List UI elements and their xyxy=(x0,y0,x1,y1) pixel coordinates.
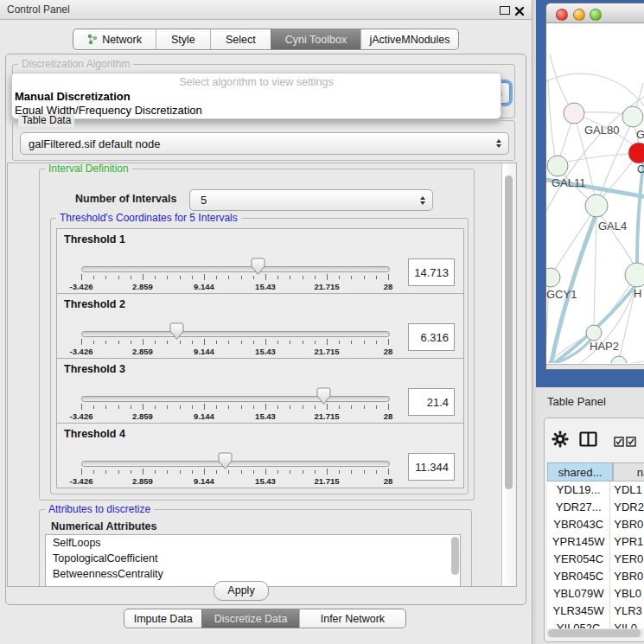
split-view-icon[interactable] xyxy=(579,431,597,450)
cell-name[interactable]: YDR2 xyxy=(610,499,644,516)
cell-name[interactable]: YBR0 xyxy=(610,568,644,585)
threshold-4-value-field[interactable]: 11.344 xyxy=(408,453,455,481)
slider-tick xyxy=(339,470,340,474)
threshold-1-slider[interactable]: -3.4262.8599.14415.4321.71528 xyxy=(57,229,463,293)
traffic-light-close-icon[interactable] xyxy=(556,9,568,21)
network-edge[interactable] xyxy=(548,80,555,156)
table-row[interactable]: YER054CYER0 xyxy=(547,551,644,568)
threshold-3-value-field[interactable]: 21.4 xyxy=(408,388,455,416)
tab-impute-data[interactable]: Impute Data xyxy=(124,609,201,628)
scrollbar-thumb[interactable] xyxy=(505,175,513,489)
slider-tick xyxy=(180,341,181,344)
network-node[interactable] xyxy=(622,106,643,127)
list-item[interactable]: TopologicalCoefficient xyxy=(46,551,460,566)
network-node[interactable] xyxy=(586,325,602,341)
cell-name[interactable]: YBL0 xyxy=(610,585,644,603)
slider-scale-label: 9.144 xyxy=(185,476,223,486)
table-row[interactable]: YPR145WYPR1 xyxy=(547,533,644,551)
slider-scale-label: 2.859 xyxy=(124,282,162,291)
cell-name[interactable]: YER0 xyxy=(610,551,644,568)
network-edge-highlighted[interactable] xyxy=(637,164,643,262)
threshold-3-slider[interactable]: -3.4262.8599.14415.4321.71528 xyxy=(57,359,463,423)
thresholds-group-title: Threshold's Coordinates for 5 Intervals xyxy=(56,212,241,225)
network-node[interactable] xyxy=(611,356,627,363)
table-row[interactable]: YDR27...YDR2 xyxy=(547,499,644,516)
viewport-scrollbar[interactable] xyxy=(501,163,516,586)
number-of-intervals-combo[interactable]: 5 xyxy=(189,189,433,211)
network-edge[interactable] xyxy=(550,54,569,105)
slider-handle[interactable] xyxy=(316,387,331,405)
threshold-1-value-field[interactable]: 14.713 xyxy=(408,258,455,286)
cell-name[interactable]: YBR0 xyxy=(610,516,644,533)
threshold-2-slider[interactable]: -3.4262.8599.14415.4321.71528 xyxy=(57,294,463,358)
cell-shared-name[interactable]: YIL052C xyxy=(547,620,610,628)
network-edge[interactable] xyxy=(594,217,596,325)
numerical-attributes-list[interactable]: SelfLoops TopologicalCoefficient Between… xyxy=(45,534,461,587)
slider-tick xyxy=(167,341,168,344)
network-node[interactable] xyxy=(546,268,560,287)
cell-shared-name[interactable]: YBR045C xyxy=(547,568,610,585)
checkbox-icon[interactable] xyxy=(626,435,636,450)
network-node-label: GAL11 xyxy=(552,176,586,189)
table-row[interactable]: YDL19...YDL1 xyxy=(547,481,644,499)
network-edge[interactable] xyxy=(567,154,629,162)
table-row[interactable]: YBR045CYBR0 xyxy=(547,568,644,585)
cell-name[interactable]: YPR1 xyxy=(610,533,644,551)
column-header-shared-name[interactable]: shared... xyxy=(547,462,613,481)
close-icon[interactable] xyxy=(514,4,525,20)
slider-tick xyxy=(143,339,143,345)
slider-tick xyxy=(155,470,156,474)
tab-network[interactable]: Network xyxy=(73,29,156,49)
network-node[interactable] xyxy=(628,143,644,163)
network-node[interactable] xyxy=(585,194,608,217)
table-data-combo[interactable]: galFiltered.sif default node xyxy=(20,132,509,155)
slider-handle[interactable] xyxy=(218,452,233,470)
float-window-icon[interactable] xyxy=(500,6,510,15)
table-row[interactable]: YLR345WYLR3 xyxy=(547,603,644,620)
tab-jactivemnodules[interactable]: jActiveMNodules xyxy=(360,29,458,49)
slider-tick xyxy=(364,276,365,279)
slider-handle[interactable] xyxy=(169,322,184,341)
traffic-light-zoom-icon[interactable] xyxy=(590,9,602,21)
cell-shared-name[interactable]: YDR27... xyxy=(547,499,610,516)
list-item[interactable]: BetweennessCentrality xyxy=(46,566,460,582)
cell-name[interactable]: YDL1 xyxy=(610,481,644,499)
slider-handle[interactable] xyxy=(251,258,265,276)
slider-scale-label: 28 xyxy=(369,476,407,486)
slider-tick xyxy=(351,405,352,409)
cell-shared-name[interactable]: YLR345W xyxy=(547,603,610,620)
threshold-2-value-field[interactable]: 6.316 xyxy=(408,323,455,351)
tab-infer-network[interactable]: Infer Network xyxy=(299,609,405,628)
traffic-light-minimize-icon[interactable] xyxy=(573,9,585,21)
table-horizontal-scrollbar[interactable] xyxy=(547,628,643,638)
cell-shared-name[interactable]: YPR145W xyxy=(547,533,610,551)
threshold-4-slider[interactable]: -3.4262.8599.14415.4321.71528 xyxy=(57,424,463,488)
scrollbar-thumb[interactable] xyxy=(548,629,641,637)
cell-shared-name[interactable]: YBR043C xyxy=(547,516,610,533)
cell-shared-name[interactable]: YER054C xyxy=(547,551,610,568)
table-body[interactable]: YDL19...YDL1YDR27...YDR2YBR043CYBR0YPR14… xyxy=(547,481,644,628)
table-row[interactable]: YBR043CYBR0 xyxy=(547,516,644,533)
tab-cyni-toolbox[interactable]: Cyni Toolbox xyxy=(271,29,360,49)
table-settings-gear-icon[interactable] xyxy=(552,430,569,451)
tab-select[interactable]: Select xyxy=(210,29,271,49)
network-canvas[interactable]: GAL80GACGAL11GAL4GCY1HHAP2 xyxy=(546,22,644,363)
network-node[interactable] xyxy=(547,156,568,176)
cell-shared-name[interactable]: YBL079W xyxy=(547,585,610,603)
network-window-titlebar[interactable] xyxy=(546,3,644,23)
network-node[interactable] xyxy=(564,103,584,124)
table-row[interactable]: YIL052CYIL0 xyxy=(547,620,644,628)
popup-item-manual-discretization[interactable]: Manual Discretization xyxy=(15,90,131,103)
tab-style[interactable]: Style xyxy=(156,29,209,49)
column-header-name[interactable]: na xyxy=(613,462,644,481)
network-node[interactable] xyxy=(625,263,644,287)
cell-name[interactable]: YLR3 xyxy=(610,603,644,620)
apply-button[interactable]: Apply xyxy=(214,581,269,601)
list-scrollbar[interactable] xyxy=(451,537,459,575)
table-row[interactable]: YBL079WYBL0 xyxy=(547,585,644,603)
list-item[interactable]: SelfLoops xyxy=(46,535,460,551)
tab-discretize-data[interactable]: Discretize Data xyxy=(201,609,298,628)
cell-name[interactable]: YIL0 xyxy=(610,620,644,628)
cell-shared-name[interactable]: YDL19... xyxy=(547,481,610,499)
checkbox-icon[interactable] xyxy=(614,435,624,450)
